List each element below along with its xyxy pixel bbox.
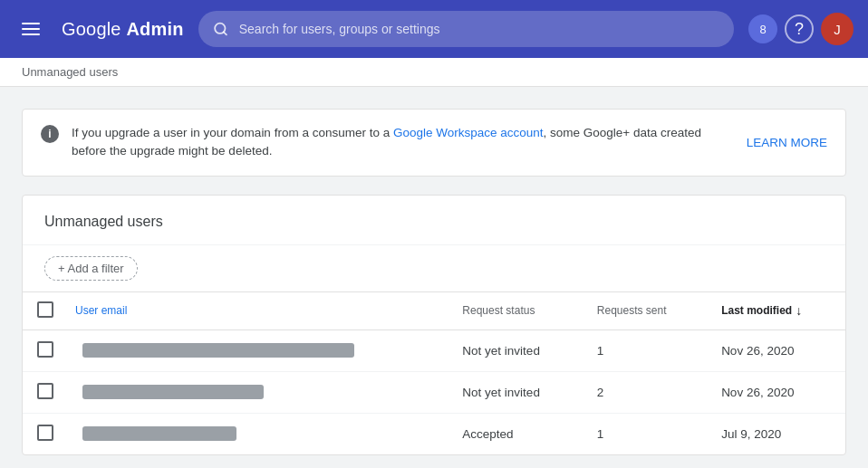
col-request-status: Request status: [448, 292, 582, 330]
user-avatar[interactable]: J: [821, 13, 854, 45]
filter-bar: + Add a filter: [23, 245, 845, 292]
sort-arrow-icon: ↓: [796, 303, 802, 318]
learn-more-link[interactable]: LEARN MORE: [747, 136, 827, 149]
row-email-1: [68, 371, 448, 413]
row-last-modified-1: Nov 26, 2020: [707, 371, 845, 413]
users-table: User email Request status Requests sent …: [23, 292, 845, 454]
row-status-0: Not yet invited: [448, 330, 582, 371]
row-checkbox-cell: [23, 413, 68, 454]
svg-line-1: [224, 32, 227, 34]
table-card: Unmanaged users + Add a filter User emai…: [22, 195, 846, 455]
info-banner: i If you upgrade a user in your domain f…: [22, 109, 846, 177]
row-last-modified-0: Nov 26, 2020: [707, 330, 845, 371]
row-checkbox-1[interactable]: [37, 383, 53, 399]
top-navigation: Google Admin 8 ? J: [0, 0, 868, 58]
row-checkbox-0[interactable]: [37, 341, 53, 358]
table-row: Not yet invited 1 Nov 26, 2020: [23, 330, 845, 371]
help-button[interactable]: ?: [785, 14, 814, 43]
row-status-1: Not yet invited: [448, 371, 582, 413]
row-email-2: [68, 413, 448, 454]
col-requests-sent: Requests sent: [583, 292, 707, 330]
table-title: Unmanaged users: [23, 196, 845, 245]
row-checkbox-cell: [23, 330, 68, 371]
row-email-0: [68, 330, 448, 371]
row-last-modified-2: Jul 9, 2020: [707, 413, 845, 454]
table-row: Not yet invited 2 Nov 26, 2020: [23, 371, 845, 413]
search-bar: [198, 11, 734, 47]
select-all-checkbox[interactable]: [37, 301, 53, 318]
add-filter-button[interactable]: + Add a filter: [44, 256, 138, 281]
menu-button[interactable]: [14, 15, 47, 43]
search-icon: [213, 21, 228, 37]
banner-link-workspace[interactable]: Google Workspace account: [393, 126, 544, 139]
info-icon: i: [41, 125, 59, 143]
row-checkbox-2[interactable]: [37, 425, 53, 441]
col-last-modified[interactable]: Last modified ↓: [707, 292, 845, 330]
row-checkbox-cell: [23, 371, 68, 413]
row-requests-sent-0: 1: [583, 330, 707, 371]
notification-badge[interactable]: 8: [748, 14, 777, 43]
row-status-2: Accepted: [448, 413, 582, 454]
nav-actions: 8 ? J: [748, 13, 854, 45]
col-user-email[interactable]: User email: [68, 292, 448, 330]
breadcrumb: Unmanaged users: [0, 58, 868, 87]
row-requests-sent-1: 2: [583, 371, 707, 413]
row-requests-sent-2: 1: [583, 413, 707, 454]
table-row: Accepted 1 Jul 9, 2020: [23, 413, 845, 454]
search-input[interactable]: [239, 22, 719, 36]
app-logo: Google Admin: [62, 19, 184, 40]
main-content: i If you upgrade a user in your domain f…: [0, 87, 868, 468]
banner-text: If you upgrade a user in your domain fro…: [72, 124, 719, 161]
select-all-header: [23, 292, 68, 330]
